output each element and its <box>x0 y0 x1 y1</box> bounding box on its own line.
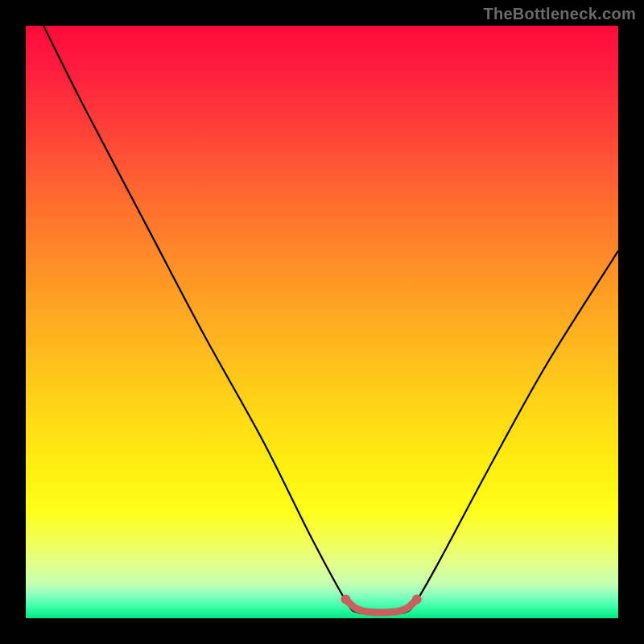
minimum-band-dot <box>412 594 422 604</box>
chart-frame: TheBottleneck.com <box>0 0 644 644</box>
bottleneck-curve-path <box>43 26 618 613</box>
minimum-band-dot <box>341 594 350 604</box>
minimum-band-path <box>345 599 416 612</box>
curve-svg <box>26 26 618 618</box>
plot-area <box>26 26 618 618</box>
watermark-label: TheBottleneck.com <box>483 5 636 23</box>
